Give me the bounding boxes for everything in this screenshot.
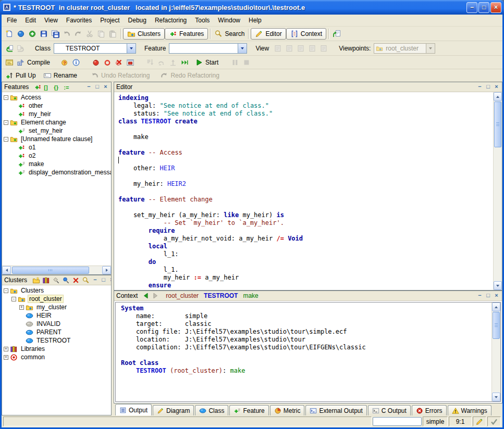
feature-item-unnamed-feature-clause[interactable]: -[Unnamed feature clause] xyxy=(2,135,111,143)
status-input-field[interactable] xyxy=(373,417,422,426)
feature-item-display-demonstration-messa[interactable]: display_demonstration_messa xyxy=(2,168,111,176)
panel-maximize-button[interactable]: □ xyxy=(485,84,491,91)
context-output-area[interactable]: System name: simple target: classic conf… xyxy=(115,302,501,402)
feature-item-make[interactable]: make xyxy=(2,160,111,168)
add-button[interactable] xyxy=(27,29,38,39)
system-info-button[interactable] xyxy=(70,57,82,68)
project-settings-button[interactable] xyxy=(4,57,15,68)
feature-item-my-heir[interactable]: my_heir xyxy=(2,110,111,118)
add-class-template-button[interactable] xyxy=(61,276,71,284)
expand-toggle[interactable]: - xyxy=(4,120,8,125)
tab-output[interactable]: Output xyxy=(115,404,152,415)
braces-view-button[interactable]: {} xyxy=(53,83,63,91)
breadcrumb-feature[interactable]: make xyxy=(243,292,258,299)
menu-item-help[interactable]: Help xyxy=(244,15,266,26)
feature-combobox[interactable] xyxy=(169,43,247,54)
menu-item-edit[interactable]: Edit xyxy=(21,15,40,26)
class-combobox[interactable]: TESTROOT xyxy=(54,43,136,54)
expand-toggle[interactable]: - xyxy=(4,137,8,142)
panel-maximize-button[interactable]: □ xyxy=(94,84,101,91)
context-code[interactable]: System name: simple target: classic conf… xyxy=(116,302,491,401)
features-tree[interactable]: -Accessothermy_heir-Element changeset_my… xyxy=(2,92,111,266)
maximize-button[interactable]: □ xyxy=(478,2,489,13)
tab-errors[interactable]: Errors xyxy=(412,405,447,415)
enable-breakpoints-button[interactable] xyxy=(90,57,102,68)
cluster-item-testroot[interactable]: TESTROOT xyxy=(2,336,111,345)
feature-item-other[interactable]: other xyxy=(2,102,111,110)
scroll-up-arrow[interactable] xyxy=(494,92,502,101)
panel-maximize-button[interactable]: □ xyxy=(100,277,107,284)
expand-toggle[interactable]: + xyxy=(19,305,24,310)
clusters-tree[interactable]: -Clusters-root_cluster+my_clusterHEIRINV… xyxy=(2,285,111,415)
cluster-item-clusters[interactable]: -Clusters xyxy=(2,286,111,295)
remove-item-button[interactable] xyxy=(71,276,81,284)
compile-query-button[interactable]: ? xyxy=(59,57,70,68)
breadcrumb-class[interactable]: TESTROOT xyxy=(204,292,238,299)
panel-close-button[interactable]: × xyxy=(493,84,500,91)
expand-toggle[interactable]: + xyxy=(4,355,8,360)
context-button[interactable]: Context xyxy=(286,28,326,40)
panel-minimize-button[interactable]: − xyxy=(85,84,92,91)
cluster-item-invalid[interactable]: INVALID xyxy=(2,320,111,328)
tab-diagram[interactable]: Diagram xyxy=(153,405,194,415)
disable-breakpoints-button[interactable] xyxy=(102,57,113,68)
rename-button[interactable]: I...Rename xyxy=(42,70,79,81)
panel-maximize-button[interactable]: □ xyxy=(485,293,491,299)
editor-vertical-scrollbar[interactable] xyxy=(493,92,502,290)
tab-external-output[interactable]: External Output xyxy=(305,405,366,415)
feature-item-o2[interactable]: o2 xyxy=(2,152,111,160)
cluster-item-root-cluster[interactable]: -root_cluster xyxy=(2,295,111,303)
editor-code-area[interactable]: indexing legal: "See notice at end of cl… xyxy=(114,92,502,290)
expand-toggle[interactable]: - xyxy=(4,288,8,293)
save-all-button[interactable] xyxy=(50,29,61,39)
cluster-item-parent[interactable]: PARENT xyxy=(2,328,111,336)
expand-toggle[interactable]: - xyxy=(4,95,8,100)
expand-toggle[interactable]: - xyxy=(11,297,16,301)
cluster-item-my-cluster[interactable]: +my_cluster xyxy=(2,303,111,311)
feature-item-element-change[interactable]: -Element change xyxy=(2,118,111,127)
context-back-icon[interactable] xyxy=(142,292,150,299)
scrollbar-thumb[interactable] xyxy=(494,102,501,147)
new-button[interactable] xyxy=(4,29,15,39)
features-horizontal-scrollbar[interactable] xyxy=(2,266,111,274)
save-button[interactable] xyxy=(38,29,50,39)
feature-item-access[interactable]: -Access xyxy=(2,93,111,102)
scrollbar-track[interactable] xyxy=(11,266,102,274)
scroll-left-arrow[interactable] xyxy=(2,266,11,274)
tab-metric[interactable]: Metric xyxy=(270,405,305,415)
scroll-down-arrow[interactable] xyxy=(494,281,502,290)
panel-minimize-button[interactable]: − xyxy=(476,84,483,91)
run-ignoring-breakpoints-button[interactable] xyxy=(179,57,190,68)
chevron-down-icon[interactable] xyxy=(127,44,136,53)
panel-close-button[interactable]: × xyxy=(493,293,500,299)
start-button[interactable]: Start xyxy=(193,57,220,68)
new-feature-button[interactable] xyxy=(33,83,43,91)
open-external-editor-button[interactable] xyxy=(331,29,342,39)
search-button[interactable]: Search xyxy=(213,29,246,39)
feature-item-o1[interactable]: o1 xyxy=(2,143,111,152)
tab-class[interactable]: Class xyxy=(195,405,228,415)
scroll-down-arrow[interactable] xyxy=(492,393,500,401)
menu-item-project[interactable]: Project xyxy=(96,15,124,26)
expand-toggle[interactable]: + xyxy=(4,347,8,351)
context-vertical-scrollbar[interactable] xyxy=(491,302,500,401)
panel-close-button[interactable]: × xyxy=(102,84,109,91)
add-library-button[interactable] xyxy=(41,276,51,284)
menu-item-favorites[interactable]: Favorites xyxy=(62,15,96,26)
add-class-button[interactable] xyxy=(51,276,61,284)
cluster-item-heir[interactable]: HEIR xyxy=(2,311,111,320)
panel-minimize-button[interactable]: − xyxy=(476,293,483,299)
editor-button[interactable]: Editor xyxy=(251,28,286,40)
show-search-button[interactable] xyxy=(81,276,91,284)
menu-item-tools[interactable]: Tools xyxy=(191,15,214,26)
menu-item-window[interactable]: Window xyxy=(214,15,244,26)
minimize-button[interactable]: − xyxy=(466,2,477,13)
add-cluster-button[interactable] xyxy=(31,276,41,284)
back-button[interactable] xyxy=(4,43,15,54)
close-button[interactable]: × xyxy=(490,2,501,13)
cluster-item-libraries[interactable]: +Libraries xyxy=(2,345,111,353)
editor-code[interactable]: indexing legal: "See notice at end of cl… xyxy=(114,92,493,290)
cluster-item-common[interactable]: +common xyxy=(2,353,111,361)
menu-item-refactoring[interactable]: Refactoring xyxy=(151,15,191,26)
features-button[interactable]: Features xyxy=(165,28,208,40)
